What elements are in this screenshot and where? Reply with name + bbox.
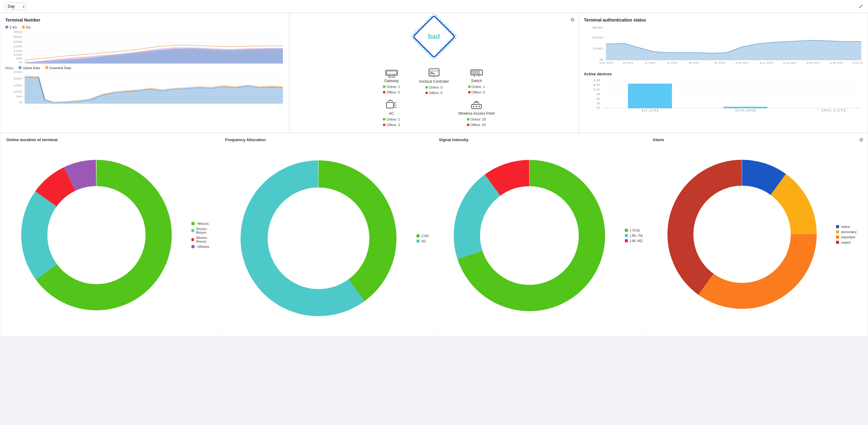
signal-section: Signal intensity (-70,0] (-85,-70] [-95,…	[434, 137, 648, 331]
svg-rect-72	[386, 102, 394, 108]
svg-rect-115	[628, 84, 672, 108]
svg-text:150: 150	[13, 84, 23, 87]
online-duration-legend: >8hours 2hours-8hours 30mins-2hours <30m…	[191, 222, 215, 249]
svg-rect-62	[430, 72, 433, 73]
terminal-legend: 2.4G 5G	[5, 26, 284, 29]
bottom-gear-icon[interactable]: ⚙	[859, 137, 863, 143]
svg-text:12:00: 12:00	[759, 62, 773, 64]
svg-line-73	[394, 102, 397, 104]
svg-rect-63	[430, 73, 435, 74]
legend-5g: 5G	[22, 26, 31, 29]
device-wap: Wireless Access Point Online: 20 Offline…	[458, 99, 495, 128]
active-devices-title: Active devices	[584, 72, 863, 76]
mbps-label: Mbps	[5, 66, 13, 70]
expand-icon[interactable]: ⤢	[859, 3, 863, 10]
svg-text:0: 0	[599, 58, 603, 61]
alarm-section: Alarm notice secondary	[648, 137, 862, 331]
svg-rect-69	[478, 71, 480, 74]
svg-text:2:00: 2:00	[645, 62, 655, 64]
frequency-donut	[225, 145, 412, 331]
svg-point-78	[476, 106, 477, 107]
network-status-badge: bad	[412, 15, 456, 58]
signal-donut	[439, 145, 620, 326]
terminal-number-panel: Terminal Number 2.4G 5G 350 300 250 200 …	[0, 13, 289, 133]
frequency-title: Frequency Allocation	[225, 137, 429, 142]
svg-text:100: 100	[13, 53, 23, 56]
day-select[interactable]: Day Week Month	[5, 2, 27, 10]
legend-2g: 2.4G	[5, 26, 17, 29]
svg-text:200: 200	[13, 45, 23, 48]
auth-panel: Terminal authentication status 300 200 1…	[579, 13, 868, 133]
svg-text:4:00: 4:00	[667, 62, 678, 64]
ac-label: AC	[389, 111, 394, 116]
online-duration-donut-row: >8hours 2hours-8hours 30mins-2hours <30m…	[6, 145, 215, 325]
svg-text:250: 250	[13, 70, 23, 73]
alarm-legend: notice secondary important urgent	[836, 225, 857, 244]
svg-text:(25,50]: (25,50]	[735, 109, 756, 112]
svg-point-79	[478, 106, 480, 107]
svg-text:300: 300	[592, 26, 603, 29]
svg-rect-56	[386, 71, 397, 74]
bottom-panel: ⚙ Online duration of terminal	[0, 133, 868, 336]
auth-title: Terminal authentication status	[584, 18, 863, 23]
network-status-text: bad	[428, 33, 440, 41]
svg-rect-116	[723, 107, 767, 108]
svg-rect-68	[476, 71, 478, 74]
wap-status: Online: 20 Offline: 54	[467, 117, 486, 128]
svg-rect-66	[472, 71, 473, 74]
svg-rect-67	[474, 71, 475, 74]
svg-marker-42	[25, 76, 283, 103]
gateway-icon	[385, 67, 398, 77]
svg-text:300: 300	[13, 35, 23, 38]
svg-text:50: 50	[16, 57, 22, 60]
terminal-number-chart: 350 300 250 200 150 100 50 0	[5, 30, 284, 64]
svg-text:8:00: 8:00	[714, 62, 725, 64]
svg-text:0:00: 0:00	[623, 62, 633, 64]
device-ac: AC Online: 1 Offline: 3	[373, 99, 410, 128]
svg-text:(50,127]: (50,127]	[821, 109, 845, 112]
svg-text:3: 3	[596, 102, 600, 105]
bottom-grid: Online duration of terminal >8hours	[6, 137, 862, 331]
network-gear-icon[interactable]: ⚙	[570, 17, 575, 23]
auth-chart: 300 200 100 0 22:00 0:00 2:00 4:00 6:00 …	[584, 26, 863, 69]
svg-text:100: 100	[592, 47, 603, 50]
wap-icon	[470, 99, 483, 110]
legend-uplink: Uplink Rate	[19, 66, 40, 70]
switch-status: Online: 1 Offline: 6	[468, 84, 485, 95]
gateway-status: Online: 1 Offline: 5	[383, 84, 400, 95]
online-duration-section: Online duration of terminal >8hours	[6, 137, 220, 331]
online-duration-title: Online duration of terminal	[6, 137, 215, 142]
signal-donut-row: (-70,0] (-85,-70] [-95,-85]	[439, 145, 643, 326]
svg-text:6:00: 6:00	[688, 62, 699, 64]
ac-status: Online: 1 Offline: 3	[383, 117, 400, 128]
device-gateway: Gateway Online: 1 Offline: 5	[373, 67, 410, 96]
svg-text:20:00: 20:00	[852, 62, 863, 64]
controller-icon	[428, 67, 440, 78]
svg-rect-65	[471, 70, 482, 75]
rate-chart: 250 200 150 100 50 0 22:00	[5, 70, 284, 104]
gateway-label: Gateway	[384, 79, 399, 83]
controller-label: Imcloud Controller	[419, 79, 449, 84]
switch-icon	[470, 67, 483, 77]
alarm-title: Alarm	[653, 137, 857, 142]
svg-text:6: 6	[596, 97, 600, 100]
svg-text:0: 0	[19, 61, 22, 64]
legend-downlink: Downlink Rate	[45, 66, 71, 70]
alarm-donut	[653, 145, 831, 324]
svg-text:200: 200	[13, 77, 23, 80]
svg-text:18: 18	[593, 79, 600, 82]
svg-text:0: 0	[19, 101, 22, 104]
svg-text:0: 0	[596, 106, 600, 109]
frequency-donut-row: 2.4G 5G	[225, 145, 429, 331]
device-controller: Imcloud Controller Online: 0 Offline: 0	[416, 67, 452, 96]
svg-text:22:00: 22:00	[599, 62, 613, 64]
alarm-donut-row: notice secondary important urgent	[653, 145, 857, 324]
device-switch: Switch Online: 1 Offline: 6	[458, 67, 495, 96]
svg-text:16:00: 16:00	[806, 62, 820, 64]
svg-text:(0,25]: (0,25]	[642, 109, 658, 112]
svg-line-75	[394, 107, 397, 108]
svg-rect-55	[386, 70, 397, 75]
switch-label: Switch	[471, 79, 482, 83]
svg-text:9: 9	[596, 93, 600, 96]
frequency-legend: 2.4G 5G	[416, 234, 429, 243]
